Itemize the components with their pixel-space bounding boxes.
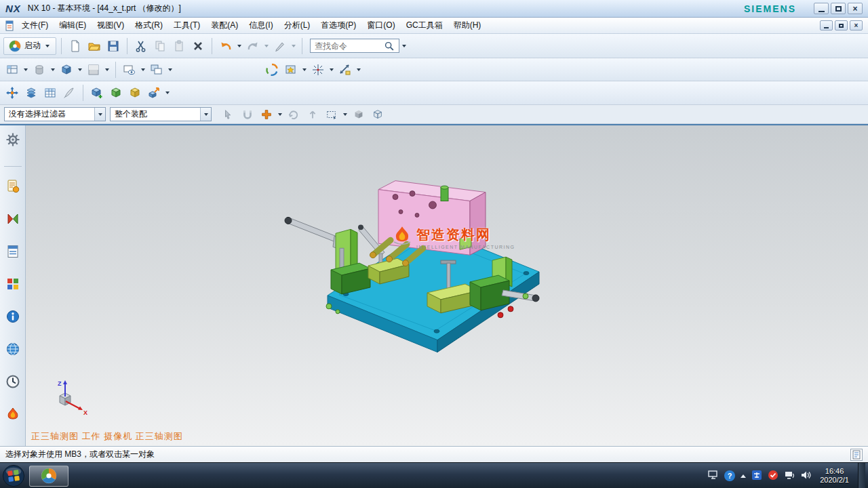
menu-tools[interactable]: 工具(T) bbox=[168, 18, 205, 33]
highlight-add-icon[interactable] bbox=[258, 106, 275, 123]
fit-view-caret-icon[interactable] bbox=[302, 68, 307, 71]
tray-network-icon[interactable] bbox=[784, 470, 795, 482]
reselect-icon[interactable] bbox=[304, 106, 321, 123]
edit-suppression-icon[interactable] bbox=[60, 84, 78, 102]
undo-icon[interactable] bbox=[217, 37, 235, 55]
background-caret-icon[interactable] bbox=[105, 68, 109, 71]
selection-scope-combo[interactable]: 整个装配 bbox=[110, 107, 212, 121]
menu-analysis[interactable]: 分析(L) bbox=[279, 18, 316, 33]
menu-assembly[interactable]: 装配(A) bbox=[205, 18, 243, 33]
orientation-triad[interactable]: Z X bbox=[45, 378, 92, 420]
deselect-all-icon[interactable] bbox=[285, 106, 302, 123]
paste-icon[interactable] bbox=[170, 37, 188, 55]
status-pane-icon[interactable] bbox=[850, 449, 863, 461]
selection-filter-combo[interactable]: 没有选择过滤器 bbox=[4, 107, 106, 121]
measure-caret-icon[interactable] bbox=[357, 68, 361, 71]
menu-information[interactable]: 信息(I) bbox=[243, 18, 278, 33]
window-layout-icon[interactable] bbox=[148, 61, 165, 79]
hd3d-tools-icon[interactable] bbox=[4, 308, 22, 325]
tray-help-icon[interactable]: ? bbox=[724, 470, 735, 481]
mdi-close-button[interactable]: × bbox=[850, 20, 863, 30]
shaded-view-caret-icon[interactable] bbox=[78, 68, 82, 71]
search-icon[interactable] bbox=[382, 39, 396, 53]
rectangle-select-caret-icon[interactable] bbox=[343, 113, 347, 116]
command-search-input[interactable] bbox=[315, 41, 382, 51]
part-navigator-icon[interactable] bbox=[4, 243, 22, 260]
search-caret-icon[interactable] bbox=[402, 45, 406, 47]
menu-file[interactable]: 文件(F) bbox=[16, 18, 54, 33]
show-hide-icon[interactable] bbox=[121, 61, 138, 79]
menu-window[interactable]: 窗口(O) bbox=[361, 18, 400, 33]
tray-security-icon[interactable] bbox=[768, 470, 778, 483]
web-browser-icon[interactable] bbox=[4, 340, 22, 358]
copy-icon[interactable] bbox=[151, 37, 169, 55]
shaded-view-icon[interactable] bbox=[58, 61, 75, 79]
hidden-icons-arrow[interactable] bbox=[741, 474, 746, 478]
fit-view-icon[interactable] bbox=[282, 61, 300, 79]
rendering-style-icon[interactable] bbox=[31, 61, 48, 79]
menu-format[interactable]: 格式(R) bbox=[130, 18, 168, 33]
measure-icon[interactable] bbox=[336, 61, 354, 79]
show-hide-caret-icon[interactable] bbox=[141, 68, 145, 71]
tray-ime-icon[interactable] bbox=[751, 470, 762, 483]
constraint-navigator-icon[interactable] bbox=[4, 210, 22, 228]
orient-view-icon[interactable] bbox=[3, 61, 21, 79]
mdi-minimize-button[interactable] bbox=[820, 20, 833, 30]
component-array-icon[interactable] bbox=[41, 84, 59, 102]
new-file-icon[interactable] bbox=[66, 37, 84, 55]
delete-icon[interactable] bbox=[189, 37, 207, 55]
snap-point-icon[interactable] bbox=[309, 61, 327, 79]
window-layout-caret-icon[interactable] bbox=[168, 68, 172, 71]
selection-scope-caret-icon[interactable] bbox=[200, 108, 211, 121]
assembly-model[interactable] bbox=[26, 125, 868, 446]
show-shaded-icon[interactable] bbox=[350, 106, 368, 123]
close-button[interactable]: × bbox=[848, 3, 863, 14]
taskbar-nx-button[interactable] bbox=[29, 466, 68, 487]
snap-toggle-icon[interactable] bbox=[239, 106, 256, 123]
assembly-layers-icon[interactable] bbox=[22, 84, 40, 102]
start-orb-button[interactable] bbox=[1, 464, 26, 488]
add-component-icon[interactable] bbox=[88, 84, 106, 102]
move-component-icon[interactable] bbox=[3, 84, 21, 102]
minimize-button[interactable] bbox=[814, 3, 829, 14]
redo-icon[interactable] bbox=[244, 37, 262, 55]
redo-caret-icon[interactable] bbox=[264, 45, 269, 47]
rotate-view-icon[interactable] bbox=[263, 61, 281, 79]
maximize-button[interactable] bbox=[831, 3, 846, 14]
background-color-icon[interactable] bbox=[85, 61, 102, 79]
select-scope-icon[interactable] bbox=[220, 106, 237, 123]
orient-view-caret-icon[interactable] bbox=[24, 68, 28, 71]
mdi-restore-button[interactable] bbox=[835, 20, 848, 30]
save-icon[interactable] bbox=[104, 37, 122, 55]
undo-caret-icon[interactable] bbox=[237, 45, 241, 47]
open-file-icon[interactable] bbox=[85, 37, 103, 55]
exploded-caret-icon[interactable] bbox=[165, 92, 170, 94]
highlight-add-caret-icon[interactable] bbox=[278, 113, 282, 116]
history-icon[interactable] bbox=[4, 373, 22, 390]
start-menu-button[interactable]: 启动 bbox=[3, 37, 56, 55]
show-wireframe-icon[interactable] bbox=[369, 106, 387, 123]
mirror-assembly-icon[interactable] bbox=[126, 84, 144, 102]
tray-pc-icon[interactable] bbox=[708, 470, 719, 482]
menu-edit[interactable]: 编辑(E) bbox=[54, 18, 92, 33]
cut-icon[interactable] bbox=[132, 37, 150, 55]
rectangle-select-icon[interactable] bbox=[323, 106, 340, 123]
menu-view[interactable]: 视图(V) bbox=[92, 18, 130, 33]
show-desktop-button[interactable] bbox=[858, 463, 865, 488]
menu-preferences[interactable]: 首选项(P) bbox=[315, 18, 361, 33]
repeat-command-icon[interactable] bbox=[271, 37, 289, 55]
repeat-caret-icon[interactable] bbox=[292, 45, 296, 47]
new-component-icon[interactable] bbox=[107, 84, 125, 102]
menu-gc-toolbox[interactable]: GC工具箱 bbox=[401, 18, 448, 33]
roles-gear-icon[interactable] bbox=[4, 131, 22, 148]
exploded-view-icon[interactable] bbox=[145, 84, 163, 102]
assembly-navigator-icon[interactable] bbox=[4, 178, 22, 195]
system-materials-icon[interactable] bbox=[4, 405, 22, 423]
snap-point-caret-icon[interactable] bbox=[330, 68, 334, 71]
graphics-window[interactable]: 智造资料网 INTELLIGENT MANUFACTURING Z X 正三轴测… bbox=[26, 125, 868, 446]
reuse-library-icon[interactable] bbox=[4, 275, 22, 293]
tray-volume-icon[interactable] bbox=[800, 470, 811, 482]
taskbar-clock[interactable]: 16:46 2020/2/1 bbox=[820, 467, 849, 485]
selection-filter-caret-icon[interactable] bbox=[94, 108, 105, 121]
menu-help[interactable]: 帮助(H) bbox=[448, 18, 487, 33]
